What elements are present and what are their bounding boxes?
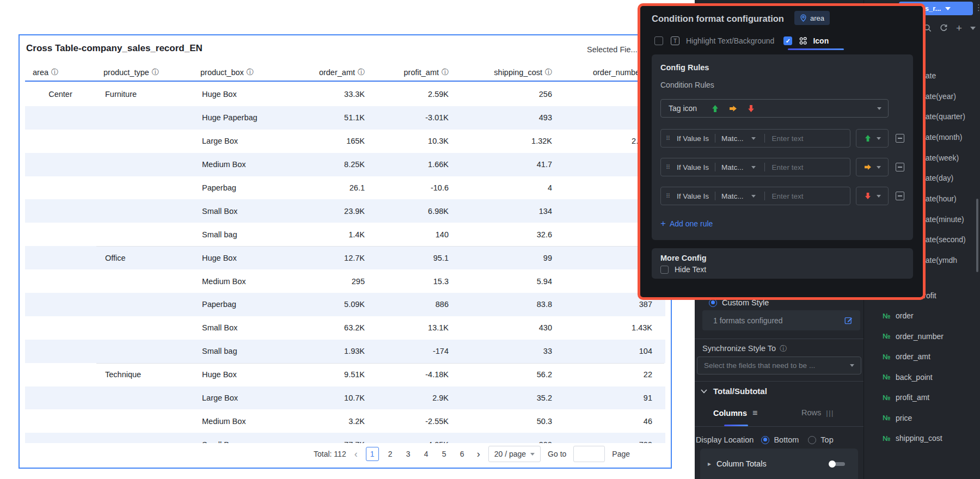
cell-shipping_cost: 256 bbox=[450, 83, 553, 106]
page-number-5[interactable]: 5 bbox=[438, 447, 451, 461]
highlight-tab-checkbox[interactable] bbox=[654, 36, 663, 45]
rule-arrow-select[interactable] bbox=[856, 158, 889, 176]
formats-configured-box[interactable]: 1 formats configured bbox=[702, 310, 860, 330]
page-number-6[interactable]: 6 bbox=[456, 447, 469, 461]
rule-arrow-select[interactable] bbox=[856, 129, 889, 148]
hide-text-label: Hide Text bbox=[675, 265, 706, 274]
table-row[interactable]: Medium Box8.25K1.66K41.7 bbox=[25, 153, 665, 176]
add-rule-button[interactable]: + Add one rule bbox=[660, 219, 713, 228]
page-size-select[interactable]: 20 / page bbox=[488, 446, 541, 462]
rule-operator-select[interactable]: Matc... bbox=[721, 163, 744, 171]
goto-page-input[interactable] bbox=[573, 446, 605, 462]
rule-operator-select[interactable]: Matc... bbox=[721, 134, 744, 143]
measure-field-order_number[interactable]: №order_number bbox=[864, 326, 980, 347]
rule-value-input[interactable]: Enter text bbox=[772, 192, 804, 200]
chevron-right-icon[interactable]: ▸ bbox=[708, 460, 711, 468]
cell-order_amt: 3.2K bbox=[291, 409, 366, 433]
page-number-2[interactable]: 2 bbox=[384, 447, 397, 461]
sync-style-select[interactable]: Select the fields that need to be ... bbox=[697, 357, 861, 374]
edit-icon[interactable] bbox=[844, 316, 853, 324]
table-row[interactable]: Paperbag26.1-10.64 bbox=[25, 176, 665, 200]
table-row[interactable]: Large Box165K10.3K1.32K2.06K bbox=[25, 130, 665, 153]
hide-text-checkbox[interactable] bbox=[660, 266, 669, 274]
arrow-down-icon bbox=[864, 192, 872, 200]
cell-order_number: 104 bbox=[553, 340, 653, 363]
tab-rows[interactable]: Rows ||| bbox=[801, 408, 834, 417]
condition-rule-row[interactable]: ⠿If Value IsMatc...Enter text bbox=[660, 187, 850, 205]
column-header-product_box[interactable]: product_boxⓘ bbox=[193, 64, 291, 81]
remove-rule-button[interactable] bbox=[896, 163, 904, 171]
column-header-order_amt[interactable]: order_amtⓘ bbox=[291, 64, 366, 81]
table-row[interactable]: TechniqueHuge Box9.51K-4.18K56.222 bbox=[25, 363, 665, 386]
tab-columns[interactable]: Columns ≡ bbox=[713, 408, 757, 418]
condition-rule-row[interactable]: ⠿If Value IsMatc...Enter text bbox=[660, 158, 850, 176]
drag-handle-icon[interactable]: ⠿ bbox=[666, 135, 671, 142]
measure-field-price[interactable]: №price bbox=[864, 408, 980, 428]
page-number-3[interactable]: 3 bbox=[402, 447, 415, 461]
rule-condition-label: If Value Is bbox=[677, 192, 709, 200]
display-location-bottom[interactable]: Bottom bbox=[774, 435, 799, 444]
column-header-shipping_cost[interactable]: shipping_costⓘ bbox=[450, 64, 553, 81]
cell-profit_amt: 95.1 bbox=[366, 246, 450, 269]
measure-field-back_point[interactable]: №back_point bbox=[864, 367, 980, 388]
drag-handle-icon[interactable]: ⠿ bbox=[666, 164, 671, 171]
kebab-menu-icon[interactable]: ⋮ bbox=[975, 3, 980, 13]
field-label: date(ymdh bbox=[921, 256, 957, 265]
condition-format-panel[interactable]: Condition format configuration area T Hi… bbox=[638, 3, 926, 300]
field-badge-label: area bbox=[810, 14, 824, 22]
remove-rule-button[interactable] bbox=[896, 192, 904, 200]
table-row[interactable]: Huge Paperbag51.1K-3.01K493 bbox=[25, 106, 665, 130]
chevron-down-icon[interactable] bbox=[970, 27, 976, 30]
drag-handle-icon[interactable]: ⠿ bbox=[666, 193, 671, 200]
table-row[interactable]: Paperbag5.09K88683.8387 bbox=[25, 293, 665, 316]
radio-icon[interactable] bbox=[808, 436, 816, 444]
scrollbar-thumb[interactable] bbox=[976, 199, 978, 272]
measure-field-profit_amt[interactable]: №profit_amt bbox=[864, 388, 980, 408]
info-icon: ⓘ bbox=[152, 69, 159, 76]
refresh-icon[interactable] bbox=[940, 24, 948, 32]
table-row[interactable]: Medium Box3.2K-2.55K50.346 bbox=[25, 409, 665, 433]
page-number-4[interactable]: 4 bbox=[420, 447, 433, 461]
table-row[interactable]: Medium Box29515.35.94 bbox=[25, 269, 665, 293]
measure-field-order[interactable]: №order bbox=[864, 306, 980, 327]
tab-icon[interactable]: ✓ Icon bbox=[783, 36, 829, 45]
cross-table-widget[interactable]: Cross Table-company_sales_record_EN Sele… bbox=[19, 34, 672, 469]
table-row[interactable]: Large Box10.7K2.9K35.291 bbox=[25, 386, 665, 410]
table-row[interactable]: Small Box63.2K13.1K4301.43K bbox=[25, 316, 665, 340]
page-number-1[interactable]: 1 bbox=[366, 447, 379, 461]
measure-field-shipping_cost[interactable]: №shipping_cost bbox=[864, 428, 980, 449]
add-icon[interactable]: + bbox=[956, 24, 962, 32]
table-row[interactable]: Small Box23.9K6.98K134 bbox=[25, 199, 665, 223]
cell-area bbox=[25, 199, 96, 223]
icon-grid-icon bbox=[799, 36, 807, 45]
cell-shipping_cost: 41.7 bbox=[450, 153, 553, 176]
table-row[interactable]: OfficeHuge Box12.7K95.199 bbox=[25, 246, 665, 269]
condition-rule-row[interactable]: ⠿If Value IsMatc...Enter text bbox=[660, 129, 850, 148]
table-row[interactable]: Small bag1.93K-17433104 bbox=[25, 340, 665, 363]
display-location-top[interactable]: Top bbox=[820, 435, 833, 444]
rule-value-input[interactable]: Enter text bbox=[772, 163, 804, 171]
radio-selected-icon[interactable] bbox=[761, 436, 769, 444]
column-header-area[interactable]: areaⓘ bbox=[25, 64, 96, 81]
cell-area bbox=[25, 363, 96, 386]
total-subtotal-section-header[interactable]: Total/Subtotal bbox=[700, 386, 767, 396]
cell-product_type bbox=[96, 269, 193, 293]
table-row[interactable]: Small bag1.4K14032.6 bbox=[25, 223, 665, 246]
rule-operator-select[interactable]: Matc... bbox=[721, 192, 744, 200]
table-row[interactable]: Small Box77.7K4.05K309709 bbox=[25, 433, 665, 443]
tag-icon-select[interactable]: Tag icon bbox=[660, 99, 889, 118]
column-totals-toggle[interactable] bbox=[829, 460, 845, 468]
prev-page-button[interactable]: ‹ bbox=[353, 449, 359, 460]
cell-area bbox=[25, 316, 96, 340]
column-header-product_type[interactable]: product_typeⓘ bbox=[96, 64, 193, 81]
rule-arrow-select[interactable] bbox=[856, 187, 889, 205]
table-row[interactable]: CenterFurnitureHuge Box33.3K2.59K256 bbox=[25, 83, 665, 106]
cell-product_box: Medium Box bbox=[193, 269, 291, 293]
rule-value-input[interactable]: Enter text bbox=[772, 134, 804, 143]
column-header-profit_amt[interactable]: profit_amtⓘ bbox=[366, 64, 450, 81]
measure-field-order_amt[interactable]: №order_amt bbox=[864, 347, 980, 367]
icon-tab-checkbox[interactable]: ✓ bbox=[783, 36, 792, 45]
next-page-button[interactable]: › bbox=[476, 449, 481, 460]
remove-rule-button[interactable] bbox=[896, 134, 904, 143]
tab-highlight-label[interactable]: Highlight Text/Background bbox=[686, 36, 774, 45]
